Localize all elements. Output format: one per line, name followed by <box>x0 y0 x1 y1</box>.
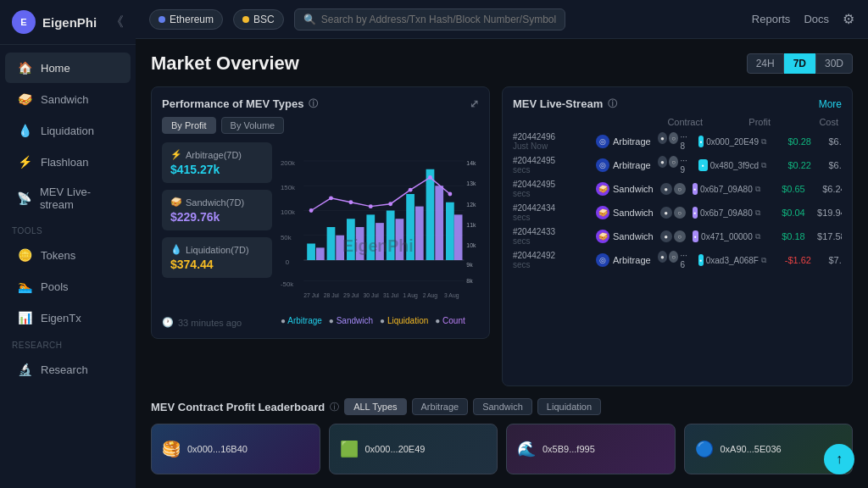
token-icon-1: ● <box>658 251 667 263</box>
copy-icon[interactable]: ⧉ <box>755 208 760 218</box>
time-btn-7d[interactable]: 7D <box>784 53 815 74</box>
type-badge: ◎ Arbitrage <box>596 158 651 172</box>
stream-type-col: ◎ Arbitrage <box>596 135 651 148</box>
sidebar-item-pools[interactable]: 🏊 Pools <box>5 271 131 302</box>
stream-contract: ▪ 0x480_3f9cd ⧉ <box>698 159 766 171</box>
expand-icon[interactable]: ⤢ <box>470 97 479 110</box>
time-filter: 24H 7D 30D <box>747 53 853 74</box>
sidebar-item-research[interactable]: 🔬 Research <box>5 354 131 385</box>
sidebar-item-home[interactable]: 🏠 Home <box>5 53 131 83</box>
legend-sw: ● Sandwich <box>329 316 373 325</box>
search-input[interactable] <box>321 14 556 25</box>
token-icon-2: ○ <box>674 183 686 195</box>
contract-icon: ▪ <box>698 254 704 266</box>
copy-icon[interactable]: ⧉ <box>755 185 760 194</box>
sidebar-item-mev-livestream[interactable]: 📡 MEV Live-stream <box>5 178 131 219</box>
leaderboard-card[interactable]: 🌊 0x5B9...f995 <box>506 424 676 474</box>
stream-profit: $0.65 <box>767 184 805 194</box>
contract-icon: ▪ <box>698 159 708 171</box>
stream-cost: $19.94 <box>812 208 842 218</box>
sidebar-home-label: Home <box>41 62 70 75</box>
stream-row[interactable]: #20442495 secs 🥪 Sandwich ● ○ ▪ 0x6b7_09… <box>513 180 842 198</box>
stream-type-col: 🥪 Sandwich <box>596 206 654 219</box>
contract-icon: ▪ <box>693 183 698 195</box>
ethereum-chain-btn[interactable]: Ethereum <box>149 9 223 30</box>
svg-rect-27 <box>316 247 325 260</box>
svg-rect-25 <box>426 169 435 260</box>
sidebar-collapse-icon[interactable]: 《 <box>110 14 124 31</box>
stream-cost: $6.24 <box>812 184 842 194</box>
lb-tab-liq[interactable]: Liquidation <box>537 398 601 415</box>
stream-row[interactable]: #20442433 secs 🥪 Sandwich ● ○ ▪ 0x471_00… <box>513 227 842 246</box>
stream-row[interactable]: #20442434 secs 🥪 Sandwich ● ○ ▪ 0x6b7_09… <box>513 203 842 222</box>
lb-tab-sw[interactable]: Sandwich <box>473 398 532 415</box>
legend-arb: ● Arbitrage <box>281 316 322 325</box>
leaderboard-title: MEV Contract Profit Leaderboard <box>151 401 325 413</box>
contract-addr[interactable]: 0x471_00000 <box>701 232 753 241</box>
logo-text: EigenPhi <box>42 15 97 30</box>
token-icon-2: ○ <box>674 207 686 219</box>
tab-by-profit[interactable]: By Profit <box>162 117 216 134</box>
lb-tab-arb[interactable]: Arbitrage <box>412 398 469 415</box>
tab-by-volume[interactable]: By Volume <box>221 117 285 134</box>
copy-icon[interactable]: ⧉ <box>761 256 766 265</box>
sidebar-item-flashloan[interactable]: ⚡ Flashloan <box>5 147 131 177</box>
time-btn-24h[interactable]: 24H <box>747 53 784 74</box>
type-label: Arbitrage <box>613 136 651 147</box>
sidebar-item-sandwich[interactable]: 🥪 Sandwich <box>5 84 131 114</box>
col-cost: Cost <box>787 117 838 127</box>
metric-arbitrage: ⚡ Arbitrage(7D) $415.27k <box>162 142 272 183</box>
reports-link[interactable]: Reports <box>752 13 791 25</box>
sidebar-item-eigentx[interactable]: 📊 EigenTx <box>5 302 131 333</box>
sidebar-item-tokens[interactable]: 🪙 Tokens <box>5 240 131 270</box>
type-badge: ◎ Arbitrage <box>596 135 651 148</box>
stream-row[interactable]: #20442496 Just Now ◎ Arbitrage ● ○ ··· 8… <box>513 132 842 151</box>
copy-icon[interactable]: ⧉ <box>755 232 760 241</box>
stream-contract: ▪ 0x6b7_09A80 ⧉ <box>693 207 760 219</box>
contract-addr[interactable]: 0x6b7_09A80 <box>700 208 753 218</box>
bsc-chain-btn[interactable]: BSC <box>233 9 284 30</box>
stream-row[interactable]: #20442495 secs ◎ Arbitrage ● ○ ··· 9 ▪ 0… <box>513 156 842 175</box>
svg-text:29 Jul: 29 Jul <box>343 292 359 298</box>
copy-icon[interactable]: ⧉ <box>761 137 766 147</box>
settings-icon[interactable]: ⚙ <box>843 11 854 27</box>
leaderboard-card[interactable]: 🥞 0x000...16B40 <box>151 424 320 474</box>
docs-link[interactable]: Docs <box>804 13 829 25</box>
search-box[interactable]: 🔍 <box>294 8 565 30</box>
contract-addr[interactable]: 0x6b7_09A80 <box>700 185 753 194</box>
stream-profit: $0.22 <box>773 160 811 170</box>
performance-title-text: Performance of MEV Types <box>162 97 303 110</box>
lb-card-addr: 0xA90...5E036 <box>721 444 782 454</box>
dashboard-cols: Performance of MEV Types ⓘ ⤢ By Profit B… <box>151 86 853 386</box>
fab-button[interactable]: ↑ <box>824 444 854 474</box>
more-link[interactable]: More <box>819 98 842 110</box>
performance-card: Performance of MEV Types ⓘ ⤢ By Profit B… <box>151 86 490 339</box>
svg-point-36 <box>329 196 333 200</box>
type-badge: 🥪 Sandwich <box>596 206 654 219</box>
stream-time: secs <box>513 189 589 198</box>
live-stream-header: MEV Live-Stream ⓘ More <box>513 97 842 110</box>
metric-sandwich: 🥪 Sandwich(7D) $229.76k <box>162 190 272 230</box>
main-content: Ethereum BSC 🔍 Reports Docs ⚙ Market Ove… <box>136 0 868 488</box>
stream-id-block: #20442433 secs <box>513 227 589 246</box>
token-icons: ● ○ ··· 6 <box>658 251 692 269</box>
stream-cost: $6.25 <box>818 136 842 147</box>
contract-addr[interactable]: 0x480_3f9cd <box>710 161 759 170</box>
lb-tab-all[interactable]: ALL Types <box>344 398 406 415</box>
sidebar-item-liquidation[interactable]: 💧 Liquidation <box>5 115 131 146</box>
time-btn-30d[interactable]: 30D <box>815 53 853 74</box>
copy-icon[interactable]: ⧉ <box>761 161 766 170</box>
type-label: Sandwich <box>613 208 654 218</box>
token-icon-2: ○ <box>669 251 678 263</box>
svg-text:3 Aug: 3 Aug <box>444 292 459 299</box>
stream-row[interactable]: #20442492 secs ◎ Arbitrage ● ○ ··· 6 ▪ 0… <box>513 251 842 269</box>
lb-card-icon: 🌊 <box>517 440 536 458</box>
sidebar-eigentx-label: EigenTx <box>41 312 81 324</box>
token-icons: ● ○ ··· 9 <box>658 156 692 175</box>
svg-text:2 Aug: 2 Aug <box>423 292 438 299</box>
stream-cost: $7.26 <box>818 255 842 265</box>
stream-id: #20442495 <box>513 180 589 189</box>
contract-addr[interactable]: 0xad3_A068F <box>706 256 759 265</box>
contract-addr[interactable]: 0x000_20E49 <box>706 137 759 147</box>
leaderboard-card[interactable]: 🟩 0x000...20E49 <box>329 424 498 474</box>
